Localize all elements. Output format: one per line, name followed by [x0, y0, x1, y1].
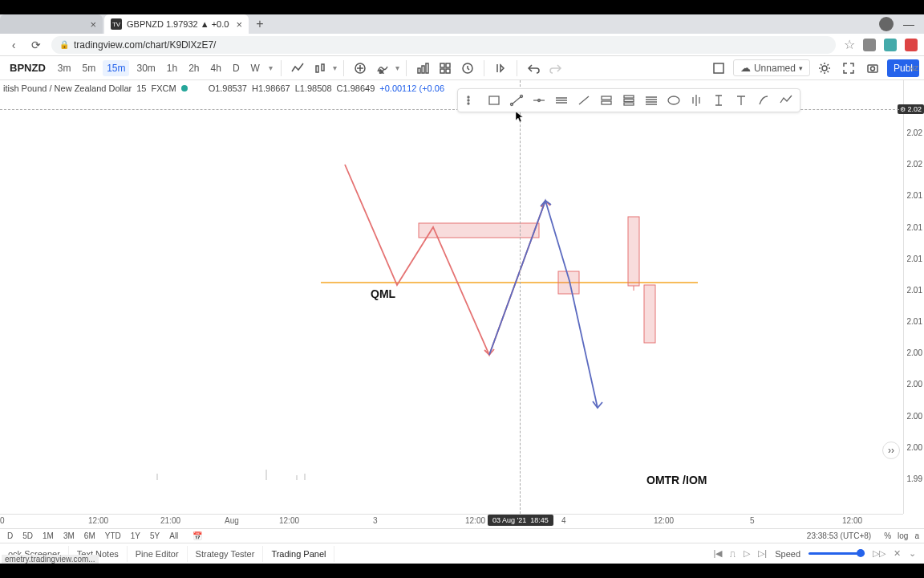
parallel-lines-tool-icon[interactable] [551, 91, 572, 110]
reload-button[interactable]: ⟳ [29, 38, 43, 52]
ray-tool-icon[interactable] [573, 91, 594, 110]
chevron-down-icon[interactable]: ▾ [267, 63, 274, 72]
snapshot-icon[interactable] [863, 59, 882, 78]
profile-avatar[interactable] [879, 17, 894, 31]
candle-style-icon[interactable] [310, 59, 330, 78]
replay-step-back-icon[interactable]: |◀ [713, 548, 722, 559]
tf-4h[interactable]: 4h [207, 60, 225, 76]
range-6M[interactable]: 6M [82, 531, 98, 541]
tf-W[interactable]: W [247, 60, 264, 76]
tab-pine-editor[interactable]: Pine Editor [128, 546, 188, 562]
scale-auto[interactable]: a [914, 531, 919, 540]
browser-tab-1[interactable]: × [0, 14, 103, 34]
svg-text:fx: fx [379, 69, 383, 74]
price-tick: 2.01 [907, 286, 922, 295]
tf-D[interactable]: D [229, 60, 244, 76]
replay-next-icon[interactable]: ▷▷ [873, 548, 886, 559]
range-D[interactable]: D [5, 531, 15, 541]
short-position-tool-icon[interactable] [618, 91, 639, 110]
financials-icon[interactable] [413, 59, 432, 78]
undo-icon[interactable] [524, 59, 543, 78]
vertical-line-tool-icon[interactable] [686, 91, 707, 110]
range-5D[interactable]: 5D [20, 531, 35, 541]
extension-icon-3[interactable] [905, 39, 918, 51]
time-tick: 0 [0, 516, 5, 525]
scale-log[interactable]: log [898, 531, 908, 540]
speed-slider[interactable] [808, 552, 865, 555]
scale-percent[interactable]: % [884, 531, 891, 540]
fib-tool-icon[interactable] [641, 91, 662, 110]
bottom-panel-tabs: ock Screener Text Notes Pine Editor Stra… [0, 543, 924, 564]
status-bar-link: emetry.tradingview.com... [2, 555, 99, 564]
range-1M[interactable]: 1M [40, 531, 56, 541]
price-tick: 2.00 [907, 412, 922, 421]
replay-icon[interactable] [491, 59, 510, 78]
goto-date-icon[interactable]: 📅 [190, 531, 205, 541]
chevron-down-icon[interactable]: ▾ [395, 63, 399, 72]
templates-icon[interactable] [436, 59, 455, 78]
replay-step-fwd-icon[interactable]: ▷| [758, 548, 767, 559]
browser-tab-2[interactable]: TV GBPNZD 1.97932 ▲ +0.06% Un × [104, 14, 249, 34]
close-icon[interactable]: × [90, 18, 96, 31]
minimize-button[interactable]: — [903, 18, 914, 31]
replay-bars-icon[interactable]: ⎍ [730, 549, 736, 559]
omtr-annotation[interactable]: OMTR /IOM [646, 474, 707, 486]
symbol-name[interactable]: BPNZD [5, 62, 51, 74]
tf-1h[interactable]: 1h [163, 60, 181, 76]
collapse-panel-icon[interactable]: ⌄ [909, 548, 916, 559]
long-position-tool-icon[interactable] [596, 91, 617, 110]
range-3M[interactable]: 3M [61, 531, 77, 541]
polyline-tool-icon[interactable] [776, 91, 796, 110]
extension-icon-2[interactable] [884, 39, 897, 51]
line-style-icon[interactable] [288, 59, 307, 78]
go-to-realtime-button[interactable]: ›› [882, 442, 900, 459]
ellipse-tool-icon[interactable] [663, 91, 684, 110]
range-YTD[interactable]: YTD [103, 531, 124, 541]
svg-rect-7 [440, 63, 444, 67]
chart-canvas[interactable]: itish Pound / New Zealand Dollar 15 FXCM… [0, 80, 903, 514]
text-tool-icon[interactable] [731, 91, 752, 110]
brush-tool-icon[interactable] [753, 91, 774, 110]
address-bar[interactable]: 🔒 tradingview.com/chart/K9DlXzE7/ [51, 36, 836, 54]
trendline-tool-icon[interactable] [506, 91, 527, 110]
drawing-toolbar[interactable] [457, 88, 800, 112]
extension-icon-1[interactable] [863, 39, 876, 51]
redo-icon[interactable] [546, 59, 565, 78]
tf-2h[interactable]: 2h [184, 60, 203, 76]
svg-point-15 [870, 67, 874, 71]
tf-30m[interactable]: 30m [132, 60, 159, 76]
price-range-tool-icon[interactable] [708, 91, 729, 110]
range-1Y[interactable]: 1Y [128, 531, 143, 541]
tab-trading-panel[interactable]: Trading Panel [263, 546, 334, 562]
time-tick: 12:00 [842, 516, 862, 525]
crosshair-time-badge: 03 Aug '21 18:45 [488, 515, 553, 526]
qml-annotation[interactable]: QML [371, 287, 395, 300]
new-tab-button[interactable]: + [250, 14, 270, 34]
range-5Y[interactable]: 5Y [148, 531, 162, 541]
layout-name-button[interactable]: ☁ Unnamed ▾ [733, 59, 810, 76]
time-scale[interactable]: 012:0021:00Aug12:00312:00412:00512:00 03… [0, 514, 903, 528]
handle-icon[interactable] [461, 91, 482, 110]
horizontal-line-tool-icon[interactable] [529, 91, 549, 110]
tab-strategy-tester[interactable]: Strategy Tester [188, 546, 264, 562]
tf-15m[interactable]: 15m [103, 60, 129, 76]
price-scale[interactable]: NZ ⚙ 2.02 2.022.022.012.012.012.012.012.… [903, 80, 924, 514]
alert-icon[interactable] [458, 59, 477, 78]
replay-play-icon[interactable]: ▷ [744, 548, 750, 559]
browser-tab-row: × TV GBPNZD 1.97932 ▲ +0.06% Un × + — [0, 14, 924, 34]
settings-icon[interactable] [815, 59, 834, 78]
svg-rect-5 [422, 66, 424, 73]
select-layout-icon[interactable] [709, 59, 728, 78]
tf-5m[interactable]: 5m [78, 60, 99, 76]
back-button[interactable]: ‹ [6, 38, 21, 52]
range-All[interactable]: All [167, 531, 180, 541]
replay-close-icon[interactable]: ✕ [894, 548, 901, 559]
tf-3m[interactable]: 3m [54, 60, 75, 76]
rectangle-tool-icon[interactable] [484, 91, 505, 110]
close-icon[interactable]: × [236, 18, 242, 31]
star-icon[interactable]: ☆ [844, 37, 855, 52]
indicators-icon[interactable]: fx [373, 59, 392, 78]
compare-icon[interactable] [351, 59, 370, 78]
chevron-down-icon[interactable]: ▾ [333, 63, 337, 72]
fullscreen-icon[interactable] [839, 59, 858, 78]
